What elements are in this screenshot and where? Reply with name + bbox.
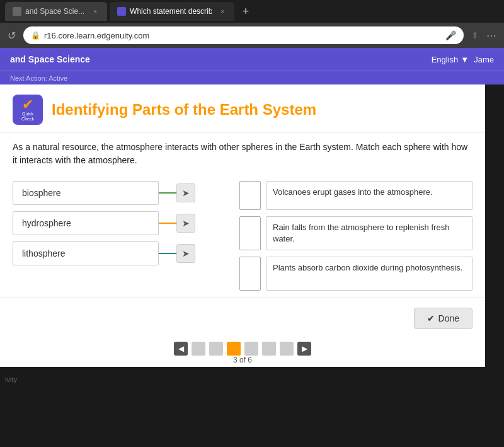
app-title: and Space Science (10, 54, 90, 64)
page-dot-1[interactable] (192, 342, 205, 356)
done-button[interactable]: ✔ Done (414, 308, 472, 329)
quick-check-label: QuickCheck (21, 112, 34, 122)
tab-bar: and Space Scie... × Which statement desc… (0, 0, 504, 23)
sub-header: Next Action: Active (0, 71, 504, 84)
address-bar: ↺ 🔒 r16.core.learn.edgenuity.com 🎤 ⬆ ⋯ (0, 23, 504, 48)
right-column: Volcanoes erupt gases into the atmospher… (239, 181, 472, 291)
main-content: ✔ QuickCheck Identifying Parts of the Ea… (0, 84, 485, 367)
language-label: English (432, 55, 459, 64)
hydrosphere-box: hydrosphere (13, 211, 159, 235)
answer-text-1: Volcanoes erupt gases into the atmospher… (273, 187, 433, 197)
done-label: Done (438, 313, 459, 323)
header-right: English ▼ Jame (432, 55, 494, 64)
lock-icon: 🔒 (31, 31, 40, 40)
url-bar[interactable]: 🔒 r16.core.learn.edgenuity.com 🎤 (23, 26, 464, 44)
answer-text-2: Rain falls from the atmosphere to replen… (273, 223, 449, 243)
page-indicators: ◀ ▶ (174, 342, 311, 356)
prev-page-button[interactable]: ◀ (174, 342, 188, 356)
sub-header-text: Next Action: Active (10, 74, 67, 82)
instructions-text: As a natural resource, the atmosphere in… (0, 133, 485, 175)
left-item-hydrosphere: hydrosphere ➤ (13, 211, 195, 235)
question-header: ✔ QuickCheck Identifying Parts of the Ea… (0, 84, 485, 133)
more-icon[interactable]: ⋯ (486, 30, 496, 42)
page-title: Identifying Parts of the Earth System (52, 101, 316, 119)
bottom-left-text: ivity (5, 376, 17, 383)
next-page-button[interactable]: ▶ (297, 342, 311, 356)
matching-exercise: biosphere ➤ hydrosphere ➤ lithosphere (0, 175, 485, 297)
share-icon[interactable]: ⬆ (471, 30, 479, 40)
page-dot-2[interactable] (209, 342, 223, 356)
right-item-3: Plants absorb carbon dioxide during phot… (239, 257, 472, 291)
connector-biosphere (159, 192, 176, 194)
answer-box-1: Volcanoes erupt gases into the atmospher… (266, 181, 472, 210)
microphone-icon[interactable]: 🎤 (445, 30, 456, 40)
answer-box-3: Plants absorb carbon dioxide during phot… (266, 257, 472, 291)
user-name: Jame (474, 55, 494, 64)
left-item-biosphere: biosphere ➤ (13, 181, 195, 205)
drop-target-1[interactable] (239, 181, 261, 210)
checkmark-icon: ✔ (22, 98, 33, 112)
answer-box-2: Rain falls from the atmosphere to replen… (266, 216, 472, 250)
app-header: and Space Science English ▼ Jame (0, 48, 504, 71)
right-item-1: Volcanoes erupt gases into the atmospher… (239, 181, 472, 210)
lithosphere-label: lithosphere (22, 248, 66, 258)
tab-which-statement[interactable]: Which statement describ... × (110, 2, 234, 21)
language-selector[interactable]: English ▼ (432, 55, 469, 64)
hydrosphere-label: hydrosphere (22, 218, 71, 228)
quick-check-icon: ✔ QuickCheck (13, 95, 43, 125)
tab-favicon-2 (117, 7, 126, 16)
connector-lithosphere (159, 253, 176, 254)
biosphere-label: biosphere (22, 188, 61, 198)
page-dot-3[interactable] (227, 342, 241, 356)
arrow-hydrosphere[interactable]: ➤ (176, 214, 195, 233)
url-text: r16.core.learn.edgenuity.com (44, 31, 442, 40)
new-tab-button[interactable]: + (237, 3, 255, 20)
tab-label-1: and Space Scie... (25, 7, 84, 16)
drop-target-3[interactable] (239, 257, 261, 291)
bottom-bar: ivity (0, 367, 504, 392)
done-area: ✔ Done (0, 297, 485, 337)
reload-button[interactable]: ↺ (8, 30, 16, 42)
arrow-lithosphere[interactable]: ➤ (176, 244, 195, 263)
page-dot-4[interactable] (244, 342, 258, 356)
tab-close-1[interactable]: × (91, 7, 100, 16)
tab-space-science[interactable]: and Space Scie... × (5, 2, 107, 21)
tab-close-2[interactable]: × (218, 7, 227, 16)
page-dot-6[interactable] (280, 342, 294, 356)
drop-target-2[interactable] (239, 216, 261, 250)
done-checkmark-icon: ✔ (427, 313, 435, 323)
connector-hydrosphere (159, 223, 176, 224)
page-dot-5[interactable] (262, 342, 276, 356)
lithosphere-box: lithosphere (13, 241, 159, 265)
dropdown-arrow-icon: ▼ (461, 55, 469, 64)
left-item-lithosphere: lithosphere ➤ (13, 241, 195, 265)
page-count: 3 of 6 (233, 356, 252, 364)
tab-label-2: Which statement describ... (130, 7, 212, 16)
biosphere-box: biosphere (13, 181, 159, 205)
tab-favicon-1 (13, 7, 21, 16)
pagination-area: ◀ ▶ 3 of 6 (0, 337, 485, 367)
arrow-biosphere[interactable]: ➤ (176, 183, 195, 202)
answer-text-3: Plants absorb carbon dioxide during phot… (273, 263, 462, 272)
left-column: biosphere ➤ hydrosphere ➤ lithosphere (13, 181, 195, 265)
right-item-2: Rain falls from the atmosphere to replen… (239, 216, 472, 250)
